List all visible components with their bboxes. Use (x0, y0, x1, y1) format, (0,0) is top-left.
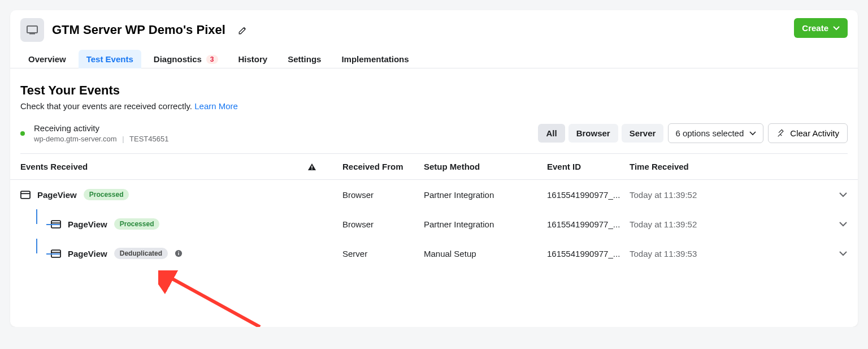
table-row[interactable]: PageViewProcessedBrowserPartner Integrat… (10, 180, 858, 209)
info-icon[interactable] (175, 249, 183, 257)
tab-overview-label: Overview (28, 54, 66, 64)
tab-implementations[interactable]: Implementations (333, 50, 416, 68)
pixel-icon (20, 18, 44, 42)
event-cell: PageViewProcessed (20, 218, 342, 230)
title-wrap: GTM Server WP Demo's Pixel (20, 18, 248, 42)
svg-rect-1 (29, 33, 35, 35)
filter-browser[interactable]: Browser (568, 124, 618, 143)
warning-icon (307, 163, 316, 171)
status-badge: Processed (84, 189, 129, 200)
svg-rect-0 (27, 26, 37, 33)
event-cell: PageViewProcessed (20, 189, 342, 200)
clear-label: Clear Activity (790, 128, 839, 138)
time-received: Today at 11:39:52 (630, 190, 827, 200)
received-from: Browser (342, 190, 424, 200)
tab-history-label: History (238, 54, 268, 64)
activity-testid: TEST45651 (129, 135, 168, 143)
svg-rect-2 (311, 166, 313, 168)
divider: | (122, 135, 124, 143)
status-dot-icon (20, 131, 25, 136)
caret-down-icon (833, 26, 840, 31)
table-row[interactable]: PageViewProcessedBrowserPartner Integrat… (10, 209, 858, 239)
status-badge: Processed (114, 218, 160, 230)
clear-activity-button[interactable]: Clear Activity (768, 123, 848, 143)
col-setup: Setup Method (424, 162, 547, 171)
controls: All Browser Server 6 options selected Cl… (538, 123, 848, 143)
filter-all[interactable]: All (538, 124, 565, 143)
annotation-arrow (158, 270, 266, 327)
setup-method: Partner Integration (424, 190, 547, 200)
event-id: 1615541990977_... (547, 190, 630, 200)
section-title: Test Your Events (20, 83, 848, 98)
tab-test-events[interactable]: Test Events (79, 50, 141, 68)
col-events: Events Received (20, 162, 342, 171)
event-id: 1615541990977_... (547, 219, 630, 229)
tab-implementations-label: Implementations (341, 54, 409, 64)
header: GTM Server WP Demo's Pixel Create (10, 10, 858, 42)
activity-left: Receiving activity wp-demo.gtm-server.co… (20, 123, 168, 143)
clear-icon (776, 129, 785, 138)
svg-rect-11 (178, 253, 179, 255)
tab-diagnostics-label: Diagnostics (154, 54, 202, 64)
table-header: Events Received Received From Setup Meth… (10, 154, 858, 180)
diagnostics-badge: 3 (206, 55, 218, 64)
caret-down-icon (749, 131, 756, 136)
create-label: Create (802, 23, 828, 33)
tabs: Overview Test Events Diagnostics 3 Histo… (10, 42, 858, 68)
col-events-label: Events Received (20, 162, 88, 171)
received-from: Browser (342, 219, 424, 229)
event-cell: PageViewDeduplicated (20, 248, 342, 259)
tab-settings[interactable]: Settings (280, 50, 329, 68)
time-received: Today at 11:39:53 (630, 249, 827, 258)
activity-domain: wp-demo.gtm-server.com (34, 135, 117, 143)
svg-line-13 (167, 276, 260, 327)
col-from: Received From (342, 162, 424, 171)
options-dropdown[interactable]: 6 options selected (668, 123, 763, 143)
source-filter: All Browser Server (538, 124, 663, 143)
activity-row: Receiving activity wp-demo.gtm-server.co… (20, 121, 848, 154)
options-label: 6 options selected (675, 128, 744, 138)
expand-icon[interactable] (827, 192, 848, 197)
time-received: Today at 11:39:52 (630, 219, 827, 229)
received-from: Server (342, 249, 424, 258)
section-subtitle-text: Check that your events are received corr… (20, 101, 194, 111)
tab-overview[interactable]: Overview (20, 50, 74, 68)
edit-icon[interactable] (238, 25, 248, 35)
expand-icon[interactable] (827, 251, 848, 256)
svg-rect-3 (311, 169, 313, 170)
setup-method: Partner Integration (424, 219, 547, 229)
table-body: PageViewProcessedBrowserPartner Integrat… (10, 180, 858, 268)
status-badge: Deduplicated (114, 248, 168, 259)
col-time: Time Received (630, 162, 827, 171)
event-name: PageView (68, 249, 107, 258)
create-button[interactable]: Create (794, 18, 848, 38)
setup-method: Manual Setup (424, 249, 547, 258)
learn-more-link[interactable]: Learn More (194, 101, 238, 111)
col-eventid: Event ID (547, 162, 630, 171)
activity-label: Receiving activity (34, 123, 168, 133)
expand-icon[interactable] (827, 221, 848, 227)
section: Test Your Events Check that your events … (10, 68, 858, 154)
section-subtitle: Check that your events are received corr… (20, 101, 848, 111)
window-icon (20, 191, 31, 199)
filter-server[interactable]: Server (622, 124, 664, 143)
tab-test-events-label: Test Events (86, 54, 133, 64)
tab-history[interactable]: History (231, 50, 276, 68)
event-id: 1615541990977_... (547, 249, 630, 258)
event-name: PageView (37, 190, 77, 200)
page-title: GTM Server WP Demo's Pixel (52, 23, 225, 37)
main-panel: GTM Server WP Demo's Pixel Create Overvi… (10, 10, 858, 327)
event-name: PageView (68, 219, 107, 229)
tab-settings-label: Settings (288, 54, 321, 64)
tab-diagnostics[interactable]: Diagnostics 3 (146, 50, 226, 68)
svg-rect-4 (21, 191, 30, 199)
activity-sub: wp-demo.gtm-server.com | TEST45651 (34, 135, 168, 143)
svg-rect-12 (178, 251, 179, 252)
table-row[interactable]: PageViewDeduplicatedServerManual Setup16… (10, 239, 858, 268)
